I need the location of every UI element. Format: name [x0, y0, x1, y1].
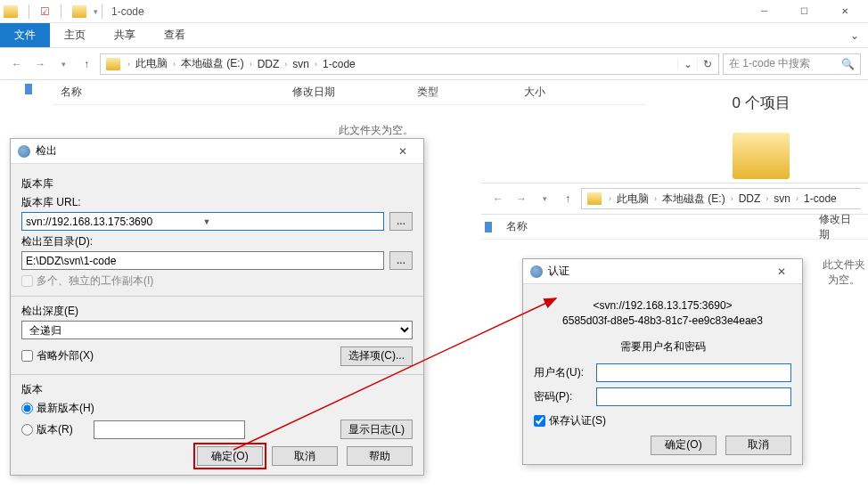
omit-externals-checkbox[interactable]	[21, 350, 33, 362]
close-button[interactable]: ✕	[389, 145, 416, 158]
col-name[interactable]: 名称	[499, 219, 812, 234]
crumb-item[interactable]: 此电脑	[615, 192, 651, 207]
search-placeholder: 在 1-code 中搜索	[729, 56, 810, 71]
column-headers: 名称 修改日期	[481, 215, 868, 240]
col-name[interactable]: 名称	[53, 85, 285, 100]
dialog-body: 版本库 版本库 URL: svn://192.168.13.175:3690 ▼…	[11, 164, 423, 475]
crumb-item[interactable]: 1-code	[321, 58, 357, 70]
tree-item-icon	[25, 84, 32, 94]
dialog-title-bar[interactable]: 认证 ✕	[523, 259, 802, 284]
folder-icon	[733, 133, 790, 179]
title-bar: ☑ ▾ 1-code ─ ☐ ✕	[0, 0, 868, 23]
forward-button[interactable]: →	[512, 189, 531, 208]
password-input[interactable]	[596, 387, 791, 406]
crumb-sep[interactable]: ›	[311, 60, 321, 69]
forward-button[interactable]: →	[30, 54, 50, 74]
breadcrumb[interactable]: › 此电脑 › 本地磁盘 (E:) › DDZ › svn › 1-code ⌄…	[100, 53, 719, 75]
depth-label: 检出深度(E)	[21, 304, 413, 319]
auth-dialog: 认证 ✕ <svn://192.168.13.175:3690> 6585d03…	[522, 258, 803, 465]
close-button[interactable]: ✕	[768, 265, 795, 278]
rev-label: 版本(R)	[37, 422, 90, 437]
refresh-button[interactable]: ↻	[697, 58, 717, 70]
up-button[interactable]: ↑	[77, 54, 96, 74]
depth-select[interactable]: 全递归	[21, 321, 413, 339]
separator	[61, 4, 61, 19]
crumb-dropdown[interactable]: ⌄	[677, 58, 697, 70]
maximize-button[interactable]: ☐	[784, 0, 824, 23]
crumb-sep[interactable]: ›	[124, 60, 134, 69]
show-log-button[interactable]: 显示日志(L)	[340, 420, 413, 439]
crumb-item[interactable]: 本地磁盘 (E:)	[179, 56, 246, 71]
col-type[interactable]: 类型	[410, 85, 517, 100]
crumb-sep[interactable]: ›	[246, 60, 256, 69]
tab-file[interactable]: 文件	[0, 23, 50, 47]
tab-home[interactable]: 主页	[50, 23, 100, 47]
close-button[interactable]: ✕	[824, 0, 864, 23]
ribbon: 文件 主页 共享 查看 ⌄	[0, 23, 868, 48]
repo-section-label: 版本库	[21, 176, 413, 192]
browse-dir-button[interactable]: ...	[389, 251, 413, 270]
crumb-item[interactable]: svn	[772, 192, 792, 205]
dialog-title: 检出	[36, 143, 57, 159]
crumb-sep[interactable]: ›	[281, 60, 291, 69]
ribbon-expand[interactable]: ⌄	[841, 23, 868, 47]
recent-dropdown[interactable]: ▾	[53, 54, 73, 74]
cancel-button[interactable]: 取消	[725, 436, 791, 455]
file-list: 名称 修改日期 类型 大小 此文件夹为空。	[53, 80, 645, 138]
ok-button[interactable]: 确定(O)	[197, 446, 263, 466]
recent-dropdown[interactable]: ▾	[535, 189, 554, 208]
separator	[11, 296, 423, 297]
url-combobox[interactable]: svn://192.168.13.175:3690 ▼	[21, 212, 384, 231]
url-label: 版本库 URL:	[21, 195, 413, 210]
folder-icon	[587, 192, 602, 205]
crumb-item[interactable]: 本地磁盘 (E:)	[660, 192, 727, 207]
qat-dropdown[interactable]: ▾	[94, 7, 98, 16]
crumb-item[interactable]: 此电脑	[134, 56, 169, 71]
crumb-sep[interactable]: ›	[792, 194, 802, 203]
crumb-item[interactable]: DDZ	[256, 58, 282, 70]
crumb-item[interactable]: svn	[291, 58, 311, 70]
minimize-button[interactable]: ─	[744, 0, 784, 23]
rev-input[interactable]	[94, 420, 245, 439]
col-size[interactable]: 大小	[517, 85, 588, 100]
crumb-item[interactable]: DDZ	[737, 192, 763, 205]
tab-view[interactable]: 查看	[150, 23, 200, 47]
dir-input[interactable]	[21, 251, 384, 270]
up-button[interactable]: ↑	[558, 189, 577, 208]
browse-url-button[interactable]: ...	[389, 212, 413, 231]
column-headers: 名称 修改日期 类型 大小	[53, 80, 645, 105]
col-date[interactable]: 修改日期	[285, 85, 410, 100]
breadcrumb[interactable]: › 此电脑 › 本地磁盘 (E:) › DDZ › svn › 1-code	[581, 188, 861, 209]
check-icon[interactable]: ☑	[40, 5, 50, 18]
username-input[interactable]	[596, 363, 791, 382]
crumb-item[interactable]: 1-code	[802, 192, 839, 205]
dialog-body: <svn://192.168.13.175:3690> 6585d03f-d8e…	[523, 284, 802, 464]
back-button[interactable]: ←	[488, 189, 508, 208]
ok-button[interactable]: 确定(O)	[651, 436, 717, 455]
tortoise-icon	[18, 145, 30, 158]
crumb-sep[interactable]: ›	[605, 194, 615, 203]
crumb-sep[interactable]: ›	[169, 60, 179, 69]
back-button[interactable]: ←	[7, 54, 27, 74]
cancel-button[interactable]: 取消	[272, 446, 338, 466]
help-button[interactable]: 帮助	[347, 446, 413, 466]
rev-radio[interactable]	[21, 424, 33, 436]
rev-section-label: 版本	[21, 382, 413, 397]
save-auth-label: 保存认证(S)	[549, 413, 606, 428]
crumb-sep[interactable]: ›	[727, 194, 737, 203]
password-label: 密码(P):	[534, 389, 596, 404]
tab-share[interactable]: 共享	[100, 23, 150, 47]
empty-message: 此文件夹为空。	[53, 105, 645, 138]
head-radio[interactable]	[21, 403, 33, 414]
crumb-sep[interactable]: ›	[651, 194, 660, 203]
col-date[interactable]: 修改日期	[812, 212, 868, 242]
search-input[interactable]: 在 1-code 中搜索 🔍	[723, 53, 861, 75]
save-auth-checkbox[interactable]	[534, 415, 545, 427]
crumb-sep[interactable]: ›	[762, 194, 772, 203]
nav-pane[interactable]	[485, 218, 492, 232]
search-icon: 🔍	[841, 58, 855, 70]
dialog-title-bar[interactable]: 检出 ✕	[11, 139, 423, 164]
omit-label: 省略外部(X)	[37, 348, 94, 363]
choose-items-button[interactable]: 选择项(C)...	[340, 346, 413, 366]
chevron-down-icon[interactable]: ▼	[203, 217, 381, 226]
